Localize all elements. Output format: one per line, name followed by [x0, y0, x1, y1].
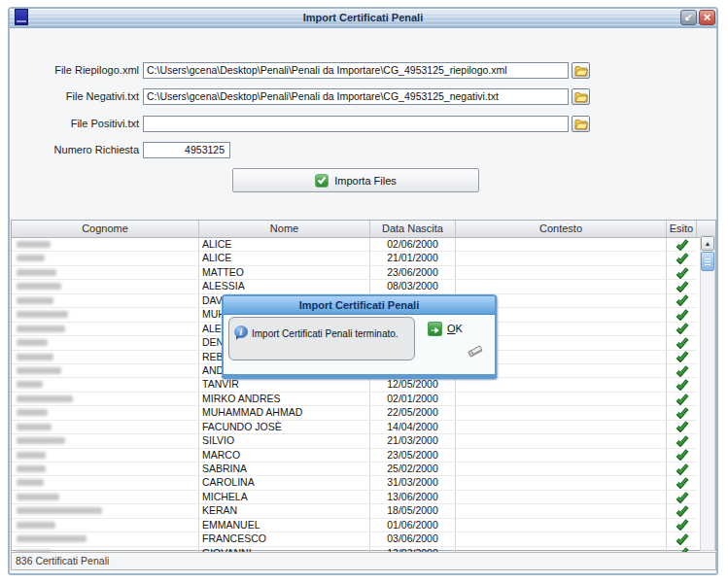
redacted-cognome — [17, 367, 61, 374]
cell-cognome — [12, 504, 199, 517]
cell-contesto — [456, 421, 667, 433]
cell-esito — [667, 519, 697, 532]
cell-cognome — [12, 406, 199, 419]
redacted-cognome — [17, 494, 59, 500]
cell-nome: MUHAMMAD AHMAD — [199, 406, 370, 419]
browse-riepilogo-button[interactable] — [572, 62, 590, 79]
redacted-cognome — [17, 424, 52, 430]
col-contesto[interactable]: Contesto — [456, 221, 667, 237]
esito-check-icon — [676, 267, 689, 279]
cell-cognome — [12, 491, 199, 503]
col-data-nascita[interactable]: Data Nascita — [370, 221, 456, 237]
cell-cognome — [12, 238, 199, 251]
message-dialog: Import Certificati Penali i Import Certi… — [222, 294, 497, 379]
redacted-cognome — [17, 522, 55, 529]
cell-cognome — [12, 252, 199, 264]
esito-check-icon — [676, 323, 689, 334]
redacted-cognome — [17, 507, 102, 514]
table-row[interactable]: MATTEO 23/06/2000 — [12, 266, 697, 280]
redacted-cognome — [17, 535, 87, 542]
cell-data-nascita: 23/05/2000 — [370, 449, 456, 462]
esito-check-icon — [676, 294, 689, 306]
cell-contesto — [456, 280, 667, 292]
cell-nome: FRANCESCO — [199, 532, 370, 545]
esito-check-icon — [676, 477, 689, 489]
table-row[interactable]: SABRINA 25/02/2000 — [12, 463, 697, 476]
ok-arrow-icon[interactable] — [428, 322, 442, 336]
ok-button[interactable]: OK — [447, 323, 463, 334]
cell-cognome — [12, 280, 199, 292]
cell-nome: SILVIO — [199, 434, 370, 447]
table-row[interactable]: MIRKO ANDRES 02/01/2000 — [12, 393, 697, 406]
cell-data-nascita: 02/01/2000 — [370, 393, 456, 405]
table-row[interactable]: ALESSIA 08/03/2000 — [12, 280, 697, 293]
esito-check-icon — [676, 394, 689, 405]
esito-check-icon — [676, 449, 689, 461]
cell-esito — [667, 378, 697, 391]
cell-nome: MICHELA — [199, 491, 370, 503]
table-row[interactable]: MICHELA 13/06/2000 — [12, 491, 697, 504]
esito-check-icon — [676, 365, 689, 377]
table-row[interactable]: KERAN 18/05/2000 — [12, 504, 697, 518]
col-nome[interactable]: Nome — [199, 221, 370, 237]
esito-check-icon — [676, 533, 689, 545]
file-positivi-input[interactable] — [143, 116, 569, 132]
cell-esito — [667, 449, 697, 462]
cell-data-nascita: 01/06/2000 — [370, 519, 456, 532]
cell-nome: TANVIR — [199, 378, 370, 391]
info-icon: i — [234, 326, 248, 339]
cell-contesto — [456, 238, 667, 251]
table-row[interactable]: CAROLINA 31/03/2000 — [12, 476, 697, 490]
redacted-cognome — [17, 465, 46, 472]
cell-esito — [667, 393, 697, 405]
restore-button[interactable]: ↙ — [680, 10, 697, 25]
table-row[interactable]: SILVIO 21/03/2000 — [12, 434, 697, 448]
redacted-cognome — [17, 437, 65, 444]
col-cognome[interactable]: Cognome — [12, 221, 199, 237]
cell-cognome — [12, 351, 199, 363]
importa-files-button[interactable]: Importa Files — [232, 168, 479, 192]
table-row[interactable]: MUHAMMAD AHMAD 22/05/2000 — [12, 406, 697, 420]
cell-esito — [667, 336, 697, 349]
cell-cognome — [12, 434, 199, 447]
esito-check-icon — [676, 519, 689, 531]
browse-negativi-button[interactable] — [572, 88, 590, 105]
table-row[interactable]: MARCO 23/05/2000 — [12, 449, 697, 463]
scroll-up-button[interactable]: ▲ — [701, 236, 714, 251]
cell-cognome — [12, 308, 199, 321]
numero-richiesta-label: Numero Richiesta — [10, 144, 139, 155]
numero-richiesta-input[interactable]: 4953125 — [143, 142, 230, 158]
table-row[interactable]: FRANCESCO 03/06/2000 — [12, 532, 697, 546]
folder-icon — [574, 91, 588, 103]
cell-nome: KERAN — [199, 504, 370, 517]
folder-icon — [574, 65, 588, 77]
table-header: Cognome Nome Data Nascita Contesto Esito — [12, 221, 715, 238]
file-riepilogo-input[interactable]: C:\Users\gcena\Desktop\Penali\Penali da … — [143, 62, 569, 79]
results-table: Cognome Nome Data Nascita Contesto Esito… — [11, 220, 716, 551]
redacted-cognome — [17, 452, 46, 459]
redacted-cognome — [17, 326, 65, 332]
vertical-scrollbar[interactable]: ▲ — [700, 235, 715, 551]
cell-nome: EMMANUEL — [199, 519, 370, 532]
table-row[interactable]: ALICE 21/01/2000 — [12, 252, 697, 265]
cell-data-nascita: 18/05/2000 — [370, 504, 456, 517]
esito-check-icon — [676, 505, 689, 517]
col-esito[interactable]: Esito — [667, 221, 697, 237]
cell-esito — [667, 351, 697, 363]
dialog-message-box: i Import Certificati Penali terminato. — [228, 317, 415, 360]
esito-check-icon — [676, 337, 689, 349]
cell-cognome — [12, 364, 199, 377]
table-row[interactable]: ALICE 02/06/2000 — [12, 238, 697, 252]
browse-positivi-button[interactable] — [572, 116, 590, 132]
esito-check-icon — [676, 309, 689, 321]
cell-data-nascita: 12/05/2000 — [370, 378, 456, 391]
main-window: Import Certificati Penali ↙ × File Riepi… — [8, 7, 718, 575]
cell-nome: SABRINA — [199, 463, 370, 475]
file-negativi-input[interactable]: C:\Users\gcena\Desktop\Penali\Penali da … — [143, 88, 569, 105]
table-row[interactable]: EMMANUEL 01/06/2000 — [12, 519, 697, 532]
title-bar: Import Certificati Penali ↙ × — [10, 9, 716, 28]
scroll-thumb[interactable] — [701, 252, 714, 271]
close-button[interactable]: × — [699, 10, 715, 25]
table-row[interactable]: FACUNDO JOSÈ 14/04/2000 — [12, 421, 697, 434]
table-row[interactable]: TANVIR 12/05/2000 — [12, 378, 697, 392]
